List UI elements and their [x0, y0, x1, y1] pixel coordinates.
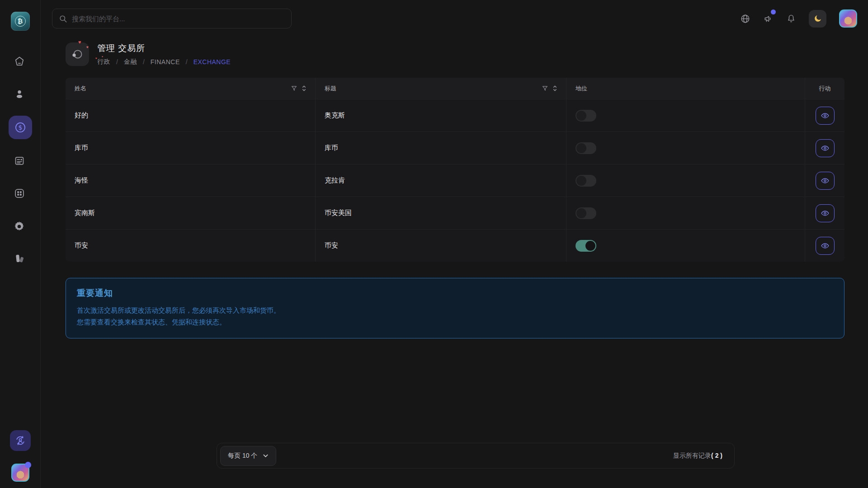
status-toggle[interactable]: [576, 240, 596, 252]
per-page-select[interactable]: 每页 10 个: [220, 446, 276, 466]
search-input[interactable]: [72, 15, 285, 23]
notice-line: 首次激活交易所或更改活动交易所后，您必须再次导入市场和货币。: [77, 305, 833, 316]
breadcrumb-separator: /: [116, 58, 118, 66]
column-header-name: 姓名: [66, 78, 316, 99]
announcement-icon: [763, 14, 774, 24]
status-toggle[interactable]: [576, 175, 596, 187]
globe-icon: [740, 14, 750, 24]
column-header-actions: 行动: [805, 78, 844, 99]
sidebar-profile-avatar[interactable]: [11, 464, 29, 482]
exchange-title: 奥克斯: [316, 99, 566, 131]
filter-icon[interactable]: [291, 85, 297, 92]
gear-icon: [13, 220, 25, 232]
column-label: 姓名: [75, 84, 86, 93]
user-icon: [14, 88, 25, 100]
sidebar-item-finance[interactable]: $: [9, 116, 32, 139]
breadcrumb-item[interactable]: 行政: [97, 58, 110, 66]
view-exchange-button[interactable]: [816, 139, 835, 157]
moon-icon: [813, 14, 822, 23]
view-exchange-button[interactable]: [816, 107, 835, 125]
notice-line: 您需要查看交换来检查其状态、凭据和连接状态。: [77, 316, 833, 328]
user-switch-icon: [14, 435, 26, 446]
table-row: 海怪 克拉肯: [66, 164, 844, 197]
sidebar: ₿ $: [0, 0, 41, 488]
exchange-name: 好的: [66, 99, 316, 131]
breadcrumb-item[interactable]: 金融: [124, 58, 137, 66]
exchange-name: 库币: [66, 132, 316, 164]
exchange-title: 库币: [316, 132, 566, 164]
exchange-title: 克拉肯: [316, 164, 566, 197]
sidebar-item-branding[interactable]: [9, 248, 30, 269]
status-toggle[interactable]: [576, 142, 596, 154]
page-title: 管理 交易所: [97, 42, 231, 54]
view-exchange-button[interactable]: [816, 172, 835, 190]
spinner-icon: [71, 47, 84, 61]
status-toggle[interactable]: [576, 110, 596, 122]
user-switch-button[interactable]: [10, 430, 31, 451]
exchange-name: 币安: [66, 230, 316, 262]
topbar-user-avatar[interactable]: [839, 9, 857, 28]
theme-toggle-button[interactable]: [809, 10, 826, 28]
pagination-bar: 每页 10 个 显示所有记录( 2 ): [217, 443, 735, 469]
eye-icon: [821, 176, 830, 185]
breadcrumb: 行政 / 金融 / FINANCE / EXCHANGE: [97, 58, 231, 66]
notification-dot: [25, 462, 31, 468]
notice-title: 重要通知: [77, 287, 833, 299]
sidebar-bottom: [10, 430, 31, 482]
notifications-button[interactable]: [786, 14, 796, 23]
sort-icon[interactable]: [552, 85, 558, 92]
exchange-title: 币安: [316, 230, 566, 262]
page-icon: ♥ ♥ ♥ ♥: [66, 42, 89, 66]
sort-icon[interactable]: [301, 85, 307, 92]
sidebar-item-settings[interactable]: [9, 215, 30, 237]
table-header-row: 姓名 标题 地位 行动: [66, 78, 844, 99]
language-button[interactable]: [740, 14, 750, 24]
table-row: 好的 奥克斯: [66, 99, 844, 131]
topbar: [41, 0, 868, 37]
breadcrumb-item[interactable]: FINANCE: [151, 58, 180, 66]
heart-particle: ♥: [86, 46, 89, 49]
breadcrumb-separator: /: [186, 58, 188, 66]
eye-icon: [821, 111, 830, 120]
breadcrumb-item-current: EXCHANGE: [193, 58, 231, 66]
toggle-knob: [585, 241, 595, 251]
column-label: 地位: [576, 84, 587, 93]
toggle-knob: [576, 208, 586, 218]
search-box[interactable]: [52, 9, 292, 28]
heart-particle: ♥: [78, 40, 81, 45]
filter-icon[interactable]: [542, 85, 548, 92]
apps-grid-icon: [14, 188, 25, 199]
toggle-knob: [576, 111, 586, 121]
page-content: ♥ ♥ ♥ ♥ 管理 交易所 行政 / 金融 / FINANCE / EXCHA…: [41, 42, 868, 338]
invoice-icon: [14, 155, 25, 167]
breadcrumb-separator: /: [143, 58, 145, 66]
sidebar-item-users[interactable]: [9, 83, 30, 105]
exchange-name: 宾南斯: [66, 197, 316, 229]
toggle-knob: [576, 143, 586, 153]
dollar-icon: $: [14, 121, 27, 134]
eye-icon: [821, 144, 830, 153]
view-exchange-button[interactable]: [816, 204, 835, 222]
status-toggle[interactable]: [576, 207, 596, 219]
column-label: 标题: [325, 84, 336, 93]
summary-label: 显示所有记录: [673, 452, 711, 459]
sidebar-item-apps[interactable]: [9, 183, 30, 204]
announcements-button[interactable]: [763, 14, 774, 24]
sidebar-item-home[interactable]: [9, 51, 30, 72]
announcement-badge-dot: [771, 9, 776, 14]
exchange-title: 币安美国: [316, 197, 566, 229]
sidebar-item-invoices[interactable]: [9, 150, 30, 172]
important-notice: 重要通知 首次激活交易所或更改活动交易所后，您必须再次导入市场和货币。 您需要查…: [66, 278, 844, 338]
view-exchange-button[interactable]: [816, 237, 835, 255]
main-area: ♥ ♥ ♥ ♥ 管理 交易所 行政 / 金融 / FINANCE / EXCHA…: [41, 0, 868, 338]
home-icon: [14, 56, 25, 67]
table-row: 币安 币安: [66, 229, 844, 262]
app-logo[interactable]: ₿: [11, 12, 30, 31]
bitcoin-logo-icon: ₿: [15, 16, 26, 27]
exchanges-table: 姓名 标题 地位 行动: [66, 78, 844, 262]
search-icon: [59, 14, 67, 23]
table-body: 好的 奥克斯 库币 库币 海: [66, 99, 844, 262]
per-page-label: 每页 10 个: [228, 452, 257, 460]
summary-count: ( 2 ): [711, 452, 722, 459]
sidebar-nav: $: [9, 51, 32, 269]
